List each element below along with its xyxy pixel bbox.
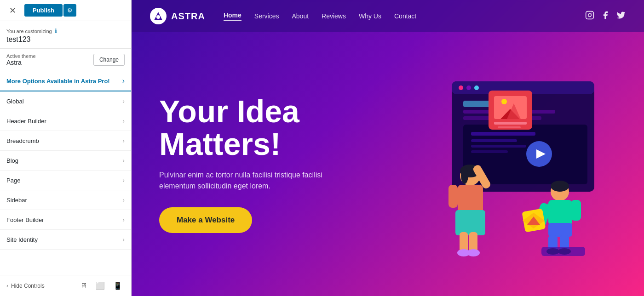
svg-rect-31: [455, 210, 485, 235]
theme-name: Astra: [6, 59, 36, 66]
menu-item-global[interactable]: Global ›: [0, 91, 131, 111]
svg-rect-17: [471, 150, 508, 153]
svg-rect-50: [571, 200, 581, 221]
arrow-left-icon: ‹: [6, 283, 8, 289]
publish-button[interactable]: Publish: [24, 4, 63, 17]
instagram-icon[interactable]: [585, 11, 594, 22]
chevron-right-icon: ›: [122, 117, 125, 125]
svg-rect-16: [471, 145, 526, 148]
svg-rect-25: [494, 122, 527, 125]
menu-item-header-builder[interactable]: Header Builder ›: [0, 111, 131, 131]
customizer-panel: ✕ Publish ⚙ You are customizing ℹ test12…: [0, 0, 132, 296]
hero-text: Your Idea Matters! Pulvinar enim ac tort…: [159, 95, 388, 233]
hero-section: Your Idea Matters! Pulvinar enim ac tort…: [132, 32, 644, 296]
chevron-right-icon: ›: [122, 236, 125, 243]
change-theme-button[interactable]: Change: [93, 54, 125, 66]
twitter-icon[interactable]: [616, 11, 626, 22]
site-logo: ASTRA: [150, 8, 205, 24]
svg-rect-2: [586, 11, 594, 19]
astra-pro-chevron-icon: ›: [122, 77, 125, 85]
menu-item-breadcrumb[interactable]: Breadcrumb ›: [0, 131, 131, 151]
info-icon[interactable]: ℹ: [55, 28, 57, 34]
svg-point-39: [551, 181, 569, 192]
svg-point-8: [466, 85, 471, 90]
nav-link-contact[interactable]: Contact: [394, 12, 416, 20]
svg-point-37: [467, 249, 480, 256]
active-theme-info: Active theme Astra: [6, 53, 36, 66]
menu-item-sidebar[interactable]: Sidebar ›: [0, 190, 131, 210]
logo-icon: [150, 8, 167, 24]
hero-cta-button[interactable]: Make a Website: [159, 207, 252, 233]
logo-text: ASTRA: [171, 11, 205, 22]
svg-rect-51: [541, 247, 585, 256]
svg-point-29: [461, 167, 468, 184]
svg-rect-14: [471, 132, 535, 136]
facebook-icon[interactable]: [601, 11, 610, 22]
hero-illustration: [388, 54, 616, 274]
nav-link-why-us[interactable]: Why Us: [359, 12, 381, 20]
hero-subtitle: Pulvinar enim ac tortor nulla facilisi t…: [159, 170, 352, 192]
svg-point-3: [588, 13, 592, 17]
preview-area: ASTRA Home Services About Reviews Why Us…: [132, 0, 644, 296]
chevron-right-icon: ›: [122, 196, 125, 204]
astra-pro-banner[interactable]: More Options Available in Astra Pro! ›: [0, 71, 131, 91]
mobile-view-button[interactable]: 📱: [111, 280, 125, 291]
nav-links: Home Services About Reviews Why Us Conta…: [224, 11, 585, 21]
tablet-view-button[interactable]: ⬜: [93, 280, 107, 291]
desktop-view-button[interactable]: 🖥: [78, 280, 90, 291]
hero-title: Your Idea Matters!: [159, 95, 388, 161]
svg-point-9: [474, 85, 479, 90]
nav-link-services[interactable]: Services: [254, 12, 279, 20]
nav-link-about[interactable]: About: [292, 12, 309, 20]
site-navigation: ASTRA Home Services About Reviews Why Us…: [132, 0, 644, 32]
close-button[interactable]: ✕: [6, 4, 20, 17]
nav-link-home[interactable]: Home: [224, 11, 242, 21]
svg-point-24: [501, 99, 507, 104]
footer-icons: 🖥 ⬜ 📱: [78, 280, 125, 291]
svg-point-4: [592, 12, 592, 13]
menu-item-page[interactable]: Page ›: [0, 171, 131, 190]
panel-header: ✕ Publish ⚙: [0, 0, 131, 21]
svg-rect-45: [548, 223, 572, 237]
site-name: test123: [6, 35, 125, 44]
svg-rect-40: [548, 200, 572, 225]
svg-point-7: [459, 85, 463, 90]
nav-link-reviews[interactable]: Reviews: [322, 12, 346, 20]
panel-menu: Global › Header Builder › Breadcrumb › B…: [0, 91, 131, 275]
menu-item-blog[interactable]: Blog ›: [0, 151, 131, 171]
active-theme-label: Active theme: [6, 53, 36, 59]
svg-point-1: [156, 15, 160, 19]
chevron-right-icon: ›: [122, 137, 125, 144]
chevron-right-icon: ›: [122, 157, 125, 164]
astra-pro-label: More Options Available in Astra Pro!: [6, 78, 110, 85]
customizing-label: You are customizing ℹ: [6, 28, 125, 34]
active-theme-section: Active theme Astra Change: [0, 49, 131, 71]
menu-item-site-identity[interactable]: Site Identity ›: [0, 230, 131, 250]
chevron-right-icon: ›: [122, 176, 125, 184]
panel-footer: ‹ Hide Controls 🖥 ⬜ 📱: [0, 275, 131, 296]
settings-button[interactable]: ⚙: [63, 4, 76, 17]
chevron-right-icon: ›: [122, 216, 125, 223]
chevron-right-icon: ›: [122, 97, 125, 105]
svg-rect-32: [448, 185, 458, 208]
svg-rect-15: [471, 139, 517, 142]
panel-info: You are customizing ℹ test123: [0, 21, 131, 49]
hide-controls-button[interactable]: ‹ Hide Controls: [6, 283, 45, 289]
menu-item-footer-builder[interactable]: Footer Builder ›: [0, 210, 131, 230]
svg-rect-26: [498, 126, 521, 128]
nav-social-icons: [585, 11, 626, 22]
